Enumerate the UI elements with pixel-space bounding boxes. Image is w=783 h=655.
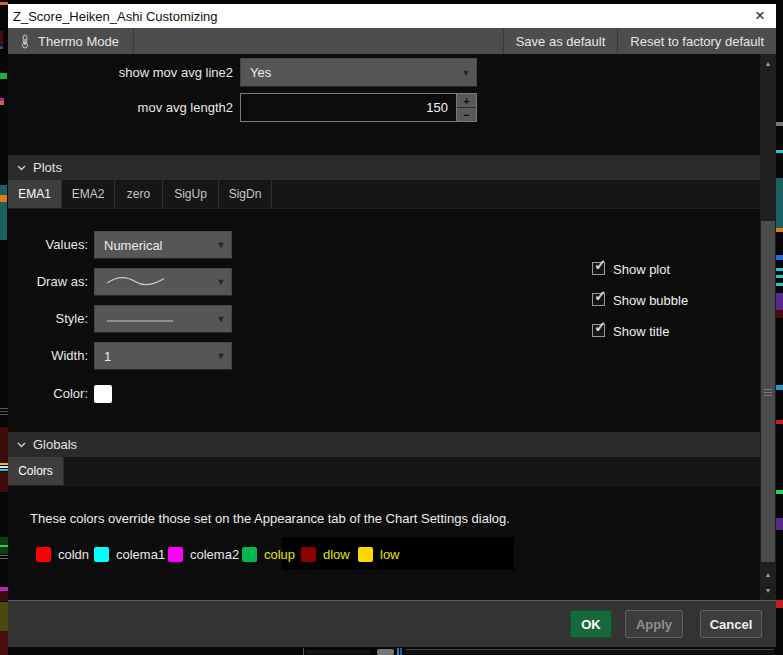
chart-fragment (776, 293, 783, 310)
tab-colors[interactable]: Colors (8, 457, 64, 485)
chart-fragment (776, 283, 783, 286)
cancel-button[interactable]: Cancel (700, 610, 762, 638)
color-swatch[interactable] (301, 547, 316, 562)
plots-section-title: Plots (33, 160, 62, 175)
spinner-value: 150 (241, 94, 456, 121)
chevron-down-icon (17, 442, 26, 448)
chart-fragment (305, 650, 370, 654)
show-bubble-label: Show bubble (613, 293, 688, 308)
close-icon[interactable]: × (750, 4, 770, 28)
color-swatch[interactable] (94, 385, 112, 403)
scrollbar-thumb[interactable] (761, 221, 775, 562)
thermometer-icon (20, 34, 30, 49)
dialog-titlebar[interactable]: Z_Score_Heiken_Ashi Customizing × (8, 4, 776, 28)
dialog-toolbar: Thermo Mode Save as default Reset to fac… (8, 28, 776, 54)
color-name: low (380, 547, 400, 562)
chart-fragment (0, 545, 8, 547)
spinner-buttons: + − (456, 94, 476, 121)
dialog-footer: OK Apply Cancel (8, 600, 776, 647)
chevron-down-icon (17, 165, 26, 171)
show-title-label: Show title (613, 324, 669, 339)
drag-handle-icon (377, 649, 394, 655)
chart-fragment (776, 178, 783, 232)
tab-zero[interactable]: zero (115, 180, 163, 208)
globals-section-title: Globals (33, 437, 77, 452)
plots-section-header[interactable]: Plots (8, 155, 760, 180)
chart-fragment (776, 122, 783, 126)
color-swatch[interactable] (36, 547, 51, 562)
mov-avg-length2-spinner[interactable]: 150 + − (240, 93, 477, 122)
ok-button[interactable]: OK (570, 610, 612, 638)
chart-fragment (0, 73, 7, 79)
chart-fragment (0, 31, 3, 45)
values-dropdown[interactable]: Numerical ▼ (94, 231, 232, 259)
screen: Z_Score_Heiken_Ashi Customizing × Thermo… (0, 0, 783, 655)
chart-fragment (0, 2, 8, 5)
show-plot-label: Show plot (613, 262, 670, 277)
scroll-up-icon[interactable]: ▲ (760, 56, 776, 70)
draw-as-label: Draw as: (8, 268, 88, 296)
color-swatch[interactable] (94, 547, 109, 562)
checkmark-icon: ✓ (594, 318, 607, 336)
color-swatch[interactable] (168, 547, 183, 562)
spinner-increment-button[interactable]: + (457, 94, 476, 108)
global-color-item: colema2 (168, 544, 239, 564)
draw-as-dropdown[interactable]: ▼ (94, 268, 232, 296)
width-label: Width: (8, 342, 88, 370)
globals-tab-bar: Colors (8, 457, 760, 486)
chart-fragment (776, 150, 783, 153)
chart-fragment (0, 411, 8, 412)
tab-ema2[interactable]: EMA2 (62, 180, 115, 208)
scrollbar-grip (764, 389, 772, 390)
globals-section-header[interactable]: Globals (8, 432, 760, 457)
show-title-checkbox[interactable]: ✓ (592, 324, 605, 337)
color-name: dlow (323, 547, 350, 562)
scroll-down-icon[interactable]: ▼ (760, 583, 776, 597)
tab-sigup[interactable]: SigUp (163, 180, 219, 208)
scrollbar-grip (764, 395, 772, 396)
chart-fragment (776, 600, 783, 608)
chart-fragment (0, 592, 8, 601)
plots-tab-bar: EMA1 EMA2 zero SigUp SigDn (8, 180, 760, 209)
global-color-item: coldn (36, 544, 89, 564)
vertical-scrollbar[interactable]: ▲ ▲ ▼ (760, 54, 776, 600)
customizing-dialog: Z_Score_Heiken_Ashi Customizing × Thermo… (8, 4, 776, 647)
width-dropdown[interactable]: 1 ▼ (94, 342, 232, 370)
chart-fragment (397, 648, 399, 655)
chart-fragment (0, 469, 8, 471)
chart-fragment (776, 385, 783, 390)
dropdown-value: Yes (241, 65, 456, 80)
tab-ema1[interactable]: EMA1 (8, 180, 62, 208)
chart-fragment (776, 268, 783, 271)
chart-fragment (0, 46, 3, 49)
scroll-up-icon[interactable]: ▲ (760, 567, 776, 581)
mov-avg-length2-label: mov avg length2 (8, 93, 233, 122)
chart-fragment (776, 275, 783, 278)
show-plot-checkbox[interactable]: ✓ (592, 262, 605, 275)
save-as-default-button[interactable]: Save as default (503, 28, 618, 54)
show-bubble-checkbox[interactable]: ✓ (592, 293, 605, 306)
chart-fragment (0, 427, 8, 463)
style-dropdown[interactable]: ▼ (94, 305, 232, 333)
color-label: Color: (8, 380, 88, 408)
chart-fragment (0, 466, 8, 468)
global-color-item: low (358, 544, 400, 564)
dialog-content: show mov avg line2 Yes ▼ mov avg length2… (8, 54, 776, 600)
thermo-mode-label: Thermo Mode (38, 34, 119, 49)
chart-fragment (776, 518, 783, 530)
reset-to-factory-default-button[interactable]: Reset to factory default (617, 28, 776, 54)
spinner-decrement-button[interactable]: − (457, 108, 476, 121)
tab-sigdn[interactable]: SigDn (219, 180, 272, 208)
chart-fragment (776, 255, 783, 260)
chevron-down-icon: ▼ (211, 240, 231, 250)
dialog-title: Z_Score_Heiken_Ashi Customizing (8, 9, 217, 24)
apply-button[interactable]: Apply (625, 610, 683, 638)
thermo-mode-button[interactable]: Thermo Mode (8, 28, 134, 54)
chart-fragment (0, 602, 8, 631)
color-swatch[interactable] (242, 547, 257, 562)
checkmark-icon: ✓ (594, 256, 607, 274)
show-mov-avg-line2-label: show mov avg line2 (8, 58, 233, 87)
show-mov-avg-line2-dropdown[interactable]: Yes ▼ (240, 58, 477, 87)
chart-fragment (400, 648, 402, 655)
color-swatch[interactable] (358, 547, 373, 562)
